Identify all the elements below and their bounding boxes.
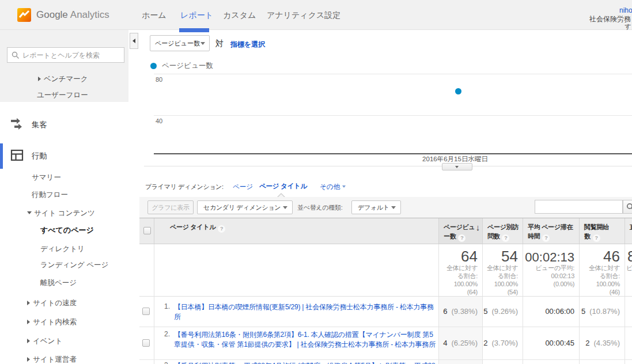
total-time-value: 00:02:13 xyxy=(523,251,579,264)
total-visits-note: 100.00% xyxy=(483,280,523,288)
help-icon[interactable]: ? xyxy=(542,234,550,242)
total-entrances-note: 全体に対す xyxy=(580,264,625,272)
total-bounce-note: ビ xyxy=(625,264,632,272)
row-bounce-cell xyxy=(625,360,632,364)
chevron-right-icon xyxy=(27,339,30,343)
total-bounce-value: 8 xyxy=(625,249,632,264)
header-unique-pageviews[interactable]: ページ別訪問数? xyxy=(483,218,523,244)
dropdown-arrow-icon xyxy=(283,206,287,209)
plot-rows-button[interactable]: グラフに表示 xyxy=(147,200,194,214)
row-avg-time-cell xyxy=(523,360,580,364)
nav-home[interactable]: ホーム xyxy=(142,0,166,30)
sidebar-item-acquisition[interactable]: 集客 xyxy=(32,120,47,130)
table-totals-row: 64 全体に対す る割合: 100.00% (64) 54 全体に対す る割合:… xyxy=(139,244,632,297)
row-title-cell: 3. 【番号利用法別表第一 平成28年4月施行 (内閣府・総務省令第5号】と別表… xyxy=(154,360,439,364)
row-checkbox[interactable] xyxy=(142,339,150,347)
row-bounce-cell xyxy=(625,327,632,359)
nav-admin[interactable]: アナリティクス設定 xyxy=(267,0,340,30)
metric-selector-dropdown[interactable]: ページビュー数 xyxy=(150,35,210,51)
gridline-40 xyxy=(154,115,632,116)
totals-entrances: 46 全体に対す る割合: 100.00% (46) xyxy=(580,244,625,296)
primary-dimension-label: プライマリ ディメンション: xyxy=(145,183,224,191)
header-entrances[interactable]: 閲覧開始数? xyxy=(580,218,625,244)
app-header: GoogleAnalytics ホーム レポート カスタム アナリティクス設定 … xyxy=(0,0,632,30)
chevron-right-icon xyxy=(27,320,30,324)
vs-label: 対 xyxy=(215,39,224,49)
dimension-page-title-link[interactable]: ページ タイトル xyxy=(259,182,307,191)
help-icon[interactable]: ? xyxy=(593,234,600,242)
table-header-row: ページ タイトル? ページビュ↓ー数? ページ別訪問数? 平均 ページ滞在時間?… xyxy=(139,218,632,244)
row-entrances-cell: 5(10.87%) xyxy=(580,297,625,327)
dropdown-arrow-icon xyxy=(200,42,205,45)
gridline-80 xyxy=(154,74,632,74)
table-search-input[interactable] xyxy=(535,200,622,213)
row-checkbox[interactable] xyxy=(142,308,150,315)
sidebar-item-behavior-flow[interactable]: 行動フロー xyxy=(32,190,68,200)
total-visits-note: 全体に対す xyxy=(483,264,523,272)
help-icon[interactable]: ? xyxy=(458,234,466,242)
select-metric-link[interactable]: 指標を選択 xyxy=(230,40,265,50)
totals-pageviews: 64 全体に対す る割合: 100.00% (64) xyxy=(439,244,483,296)
sidebar-item-landing-pages[interactable]: ランディング ページ xyxy=(40,260,108,270)
nav-custom[interactable]: カスタム xyxy=(223,0,256,30)
chevron-right-icon xyxy=(38,77,41,81)
sidebar-collapse-button[interactable] xyxy=(130,33,138,49)
google-analytics-logo[interactable]: GoogleAnalytics xyxy=(17,8,109,22)
active-section-bar xyxy=(0,143,3,169)
page-title-link[interactable]: 【番号利用法別表第一 平成28年4月施行 (内閣府・総務省令第5号】と別表第一 … xyxy=(174,361,436,364)
nav-report[interactable]: レポート xyxy=(180,0,213,30)
pages-table: ページ タイトル? ページビュ↓ー数? ページ別訪問数? 平均 ページ滞在時間?… xyxy=(139,218,632,364)
dropdown-arrow-icon xyxy=(342,185,346,188)
totals-bounce-rate: 8 ビ xyxy=(625,244,632,296)
sort-type-dropdown[interactable]: デフォルト xyxy=(351,200,401,214)
header-pageviews[interactable]: ページビュ↓ー数? xyxy=(439,218,483,244)
sidebar-item-all-pages[interactable]: すべてのページ xyxy=(40,225,94,236)
sidebar-item-site-search[interactable]: サイト内検索 xyxy=(27,317,77,327)
expand-down-icon xyxy=(455,166,459,168)
active-tab-underline xyxy=(179,28,209,32)
total-pageviews-note: 100.00% xyxy=(439,280,482,288)
dimension-page-link[interactable]: ページ xyxy=(233,183,253,191)
help-icon[interactable]: ? xyxy=(218,225,225,233)
sidebar-search-box[interactable] xyxy=(7,47,124,63)
table-search-button[interactable] xyxy=(623,200,632,214)
sidebar-item-benchmark[interactable]: ベンチマーク xyxy=(38,74,88,84)
row-unique-pageviews-cell: 2(3.70%) xyxy=(483,327,523,359)
page-title-link[interactable]: 【日本橋】日本橋の喫煙所情報(更新5/29) | 社会保険労務士松本力事務所 -… xyxy=(174,302,436,322)
row-title-cell: 2. 【番号利用法第16条・附則第6条第2項】6-1. 本人確認の措置【マイナン… xyxy=(154,327,439,359)
sidebar-item-publisher[interactable]: サイト運営者 xyxy=(27,355,77,364)
totals-title-cell xyxy=(154,244,439,296)
sidebar-item-exit-pages[interactable]: 離脱ページ xyxy=(40,278,77,288)
timeline-expander-button[interactable] xyxy=(442,163,472,170)
dimension-other-dropdown[interactable]: その他 xyxy=(320,183,346,191)
sidebar-item-directory[interactable]: ディレクトリ xyxy=(40,244,85,254)
select-all-checkbox[interactable] xyxy=(143,227,151,234)
sidebar-item-userflow[interactable]: ユーザーフロー xyxy=(37,90,88,100)
table-search-box[interactable] xyxy=(535,200,623,214)
row-number: 3. xyxy=(164,361,170,364)
total-time-note: 00:02:13 xyxy=(523,272,579,280)
row-avg-time-cell: 00:06:00 xyxy=(523,297,580,327)
help-icon[interactable]: ? xyxy=(502,234,509,242)
account-name[interactable]: niho xyxy=(619,6,632,14)
row-bounce-cell xyxy=(625,297,632,327)
sidebar-item-events[interactable]: イベント xyxy=(27,336,62,346)
total-visits-value: 54 xyxy=(483,249,523,264)
sidebar-item-site-content[interactable]: サイト コンテンツ xyxy=(27,208,95,218)
row-entrances-cell xyxy=(580,360,625,364)
header-page-title[interactable]: ページ タイトル? xyxy=(154,218,439,244)
chevron-right-icon xyxy=(27,301,30,305)
row-checkbox-cell xyxy=(139,297,154,327)
table-row: 3. 【番号利用法別表第一 平成28年4月施行 (内閣府・総務省令第5号】と別表… xyxy=(139,360,632,364)
header-avg-time[interactable]: 平均 ページ滞在時間? xyxy=(523,218,580,244)
sidebar-item-behavior[interactable]: 行動 xyxy=(32,151,47,161)
total-time-note: (0.00%) xyxy=(523,280,579,288)
secondary-dimension-button[interactable]: セカンダリ ディメンション xyxy=(197,200,293,214)
sidebar-item-summary[interactable]: サマリー xyxy=(32,173,61,183)
row-number: 1. xyxy=(164,302,170,310)
data-point[interactable] xyxy=(455,88,461,94)
sidebar-item-site-speed[interactable]: サイトの速度 xyxy=(27,298,77,308)
header-bounce-rate[interactable]: 直 xyxy=(625,218,632,244)
sidebar-search-input[interactable] xyxy=(22,48,122,62)
page-title-link[interactable]: 【番号利用法第16条・附則第6条第2項】6-1. 本人確認の措置【マイナンバー制… xyxy=(174,330,436,350)
